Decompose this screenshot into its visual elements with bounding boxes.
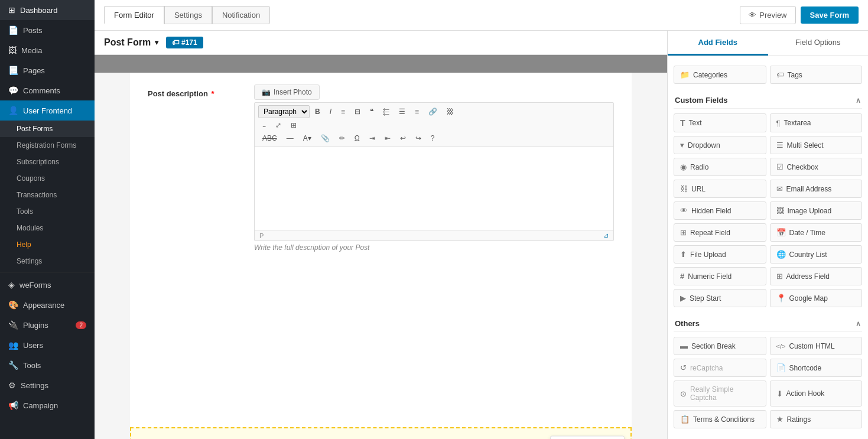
text-color-button[interactable]: A▾: [299, 132, 316, 144]
sidebar-item-dashboard[interactable]: ⊞ Dashboard: [0, 0, 95, 20]
field-chip-image-upload[interactable]: 🖼 Image Upload: [770, 201, 863, 220]
sidebar-sub-help[interactable]: Help: [0, 236, 95, 253]
field-chip-repeat-field[interactable]: ⊞ Repeat Field: [674, 223, 766, 242]
field-chip-terms-conditions[interactable]: 📋 Terms & Conditions: [674, 410, 766, 428]
field-chip-dropdown[interactable]: ▾ Dropdown: [674, 136, 766, 154]
sidebar-item-posts[interactable]: 📄 Posts: [0, 20, 95, 40]
omega-button[interactable]: Ω: [350, 132, 364, 144]
help-button[interactable]: ?: [427, 132, 439, 144]
sidebar-sub-transactions[interactable]: Transactions: [0, 187, 95, 203]
sidebar-item-appearance[interactable]: 🎨 Appearance: [0, 295, 95, 315]
field-chip-textarea[interactable]: ¶ Textarea: [770, 113, 863, 132]
field-chip-checkbox[interactable]: ☑ Checkbox: [770, 158, 863, 176]
sidebar-item-settings[interactable]: ⚙ Settings: [0, 375, 95, 395]
bold-button[interactable]: B: [311, 106, 324, 118]
user-frontend-icon: 👤: [8, 106, 18, 115]
panel-tab-add-fields[interactable]: Add Fields: [668, 31, 768, 56]
sidebar-item-plugins[interactable]: 🔌 Plugins 2: [0, 315, 95, 335]
table-button[interactable]: ⊞: [287, 119, 301, 131]
drop-tooltip: 🖼 Image Upload: [550, 435, 625, 439]
sidebar-item-media[interactable]: 🖼 Media: [0, 40, 95, 60]
field-chip-radio[interactable]: ◉ Radio: [674, 158, 766, 176]
save-form-button[interactable]: Save Form: [801, 6, 859, 24]
form-canvas-wrapper[interactable]: Post description * 📷 Insert Photo: [95, 55, 667, 439]
ordered-list-button[interactable]: ⊟: [350, 106, 365, 118]
outdent-button[interactable]: ⇤: [381, 132, 395, 144]
panel-tab-field-options[interactable]: Field Options: [768, 31, 869, 56]
field-chip-tags[interactable]: 🏷 Tags: [770, 66, 863, 84]
sidebar-sub-modules[interactable]: Modules: [0, 220, 95, 236]
subscript-button[interactable]: ₌: [258, 119, 270, 131]
sidebar-item-campaign[interactable]: 📢 Campaign: [0, 395, 95, 415]
redo-button[interactable]: ↪: [411, 132, 425, 144]
field-chip-text[interactable]: T Text: [674, 113, 766, 132]
align-right-button[interactable]: ≡: [411, 106, 423, 118]
unordered-list-button[interactable]: ≡: [337, 106, 349, 118]
sidebar-item-comments[interactable]: 💬 Comments: [0, 80, 95, 100]
tab-settings[interactable]: Settings: [164, 6, 212, 24]
preview-button[interactable]: 👁 Preview: [740, 6, 795, 24]
sidebar-sub-tools[interactable]: Tools: [0, 203, 95, 220]
sidebar-item-pages[interactable]: 📃 Pages: [0, 60, 95, 80]
sidebar-item-tools[interactable]: 🔧 Tools: [0, 355, 95, 375]
sidebar-sub-coupons[interactable]: Coupons: [0, 170, 95, 187]
field-chip-step-start[interactable]: ▶ Step Start: [674, 289, 766, 307]
field-chip-action-hook[interactable]: ⬇ Action Hook: [770, 381, 863, 407]
field-chip-date-time[interactable]: 📅 Date / Time: [770, 223, 863, 242]
section-break-icon: ▬: [680, 342, 688, 350]
fullscreen-button[interactable]: ⤢: [271, 119, 285, 131]
field-chip-numeric-field[interactable]: # Numeric Field: [674, 267, 766, 285]
paragraph-select[interactable]: Paragraph: [258, 105, 310, 118]
email-icon: ✉: [776, 184, 783, 193]
weforms-icon: ◈: [8, 280, 15, 290]
field-chip-email-address[interactable]: ✉ Email Address: [770, 180, 863, 198]
custom-fields-grid: T Text ¶ Textarea ▾ Dropdown ☰ Multi Sel…: [674, 113, 862, 307]
sidebar-item-weforms[interactable]: ◈ weForms: [0, 275, 95, 295]
others-toggle[interactable]: ∧: [856, 320, 861, 328]
clip-button[interactable]: 📎: [317, 132, 334, 144]
rte-body[interactable]: [255, 147, 613, 230]
field-chip-shortcode[interactable]: 📄 Shortcode: [770, 359, 863, 377]
hr-button[interactable]: —: [282, 132, 298, 144]
field-chip-categories[interactable]: 📁 Categories: [674, 66, 766, 84]
undo-button[interactable]: ↩: [396, 132, 410, 144]
strikethrough-button[interactable]: ABC: [258, 132, 281, 144]
field-chip-address-field[interactable]: ⊞ Address Field: [770, 267, 863, 285]
post-description-label: Post description *: [148, 84, 242, 98]
link-button[interactable]: 🔗: [424, 106, 441, 118]
indent-button[interactable]: ⇥: [365, 132, 379, 144]
checkbox-icon: ☑: [776, 162, 784, 171]
field-chip-multi-select[interactable]: ☰ Multi Select: [770, 136, 863, 154]
field-chip-hidden-field[interactable]: 👁 Hidden Field: [674, 201, 766, 220]
sidebar-item-users[interactable]: 👥 Users: [0, 335, 95, 355]
sidebar-sub-subscriptions[interactable]: Subscriptions: [0, 154, 95, 170]
sidebar-item-label: Settings: [21, 381, 48, 390]
insert-photo-button[interactable]: 📷 Insert Photo: [254, 84, 320, 100]
sidebar-item-user-frontend[interactable]: 👤 User Frontend: [0, 100, 95, 121]
field-chip-country-list[interactable]: 🌐 Country List: [770, 245, 863, 264]
sidebar-sub-post-forms[interactable]: Post Forms: [0, 121, 95, 137]
form-title-button[interactable]: Post Form ▼: [104, 37, 160, 48]
sidebar-sub-registration-forms[interactable]: Registration Forms: [0, 137, 95, 154]
field-chip-custom-html[interactable]: </> Custom HTML: [770, 337, 863, 355]
field-chip-url[interactable]: ⛓ URL: [674, 180, 766, 198]
eraser-button[interactable]: ✏: [335, 132, 349, 144]
blockquote-button[interactable]: ❝: [366, 106, 378, 118]
file-upload-icon: ⬆: [680, 250, 687, 259]
align-center-button[interactable]: ☰: [395, 106, 409, 118]
unlink-button[interactable]: ⛓: [443, 106, 458, 118]
field-chip-ratings[interactable]: ★ Ratings: [770, 410, 863, 428]
custom-fields-toggle[interactable]: ∧: [856, 96, 861, 105]
rich-text-editor[interactable]: Paragraph B I ≡ ⊟ ❝ ⬱ ☰: [254, 102, 614, 241]
sidebar-sub-settings[interactable]: Settings: [0, 253, 95, 269]
align-left-button[interactable]: ⬱: [379, 106, 394, 118]
field-chip-file-upload[interactable]: ⬆ File Upload: [674, 245, 766, 264]
drop-zone[interactable]: 🖼 Image Upload: [130, 427, 632, 439]
italic-button[interactable]: I: [326, 106, 336, 118]
tab-notification[interactable]: Notification: [212, 6, 270, 24]
numeric-field-icon: #: [680, 272, 684, 281]
field-chip-google-map[interactable]: 📍 Google Map: [770, 289, 863, 307]
field-chip-section-break[interactable]: ▬ Section Break: [674, 337, 766, 355]
eye-icon: 👁: [749, 11, 756, 19]
tab-form-editor[interactable]: Form Editor: [104, 6, 164, 24]
